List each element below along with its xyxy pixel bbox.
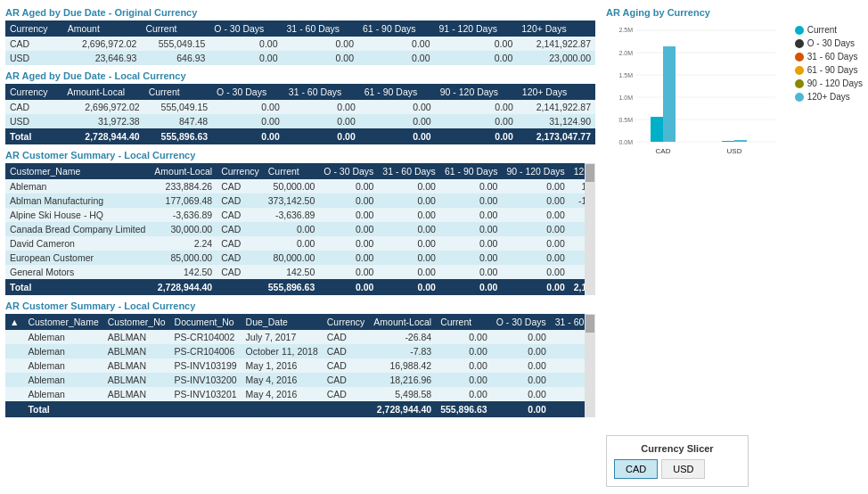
table-row: AblemanABLMANPS-INV103199May 1, 2016CAD1… <box>5 358 595 373</box>
table-cell: 142.50 <box>264 265 320 279</box>
table-footer-cell: 2,728,944.40 <box>150 279 217 295</box>
table-row: CAD2,696,972.02555,049.150.000.000.000.0… <box>5 37 595 51</box>
legend-90-120-label: 90 - 120 Days <box>807 78 863 88</box>
table-cell: 0.00 <box>209 37 282 51</box>
table-cell: 847.48 <box>144 114 212 128</box>
table-cell: CAD <box>217 222 264 236</box>
table-cell <box>5 387 23 401</box>
table-row: AblemanABLMANPS-CR104006October 11, 2018… <box>5 344 595 358</box>
table-row: Canada Bread Company Limited30,000.00CAD… <box>5 222 595 236</box>
col-due-date: Due_Date <box>242 314 323 330</box>
table-footer-cell: 0.00 <box>284 128 360 144</box>
col-90-120: 90 - 120 Days <box>502 163 569 179</box>
col-current: Current <box>144 84 212 100</box>
table-footer-cell: 0.00 <box>502 279 569 295</box>
customer-detail-wrapper: ▲ Customer_Name Customer_No Document_No … <box>5 314 595 417</box>
col-currency: Currency <box>5 21 63 37</box>
col-120plus: 120+ Days <box>518 84 595 100</box>
table-cell: 2,141,922.87 <box>517 37 595 51</box>
table-cell: CAD <box>217 179 264 193</box>
table-cell: 0.00 <box>502 208 569 222</box>
table-cell: May 4, 2016 <box>242 373 323 387</box>
y-label-1.5m: 1.5M <box>618 72 633 78</box>
table-cell: ABLMAN <box>103 330 170 344</box>
y-label-0.5m: 0.5M <box>618 117 633 123</box>
table-cell: 2,141,922.87 <box>518 100 595 114</box>
table-footer-cell: 555,896.63 <box>436 401 492 417</box>
table-cell: Ableman <box>23 330 102 344</box>
detail-scrollbar[interactable] <box>585 314 595 417</box>
table-footer-cell <box>103 401 170 417</box>
table-cell: 0.00 <box>440 179 503 193</box>
table-footer-row: Total2,728,944.40555,896.630.000.000.000… <box>5 279 595 295</box>
table-cell: 0.00 <box>319 251 378 265</box>
table-cell: 23,646.93 <box>63 51 142 65</box>
detail-scroll-thumb[interactable] <box>585 315 594 333</box>
table-cell: PS-CR104006 <box>170 344 242 358</box>
table-cell <box>5 330 23 344</box>
table-footer-cell <box>242 401 323 417</box>
table-cell: 0.00 <box>502 265 569 279</box>
customer-detail-title: AR Customer Summary - Local Currency <box>5 301 595 311</box>
table-footer-cell: 0.00 <box>436 128 518 144</box>
table-cell: 0.00 <box>502 193 569 208</box>
scroll-thumb[interactable] <box>585 164 594 182</box>
legend-31-60-dot <box>795 53 804 62</box>
table-cell: 0.00 <box>436 114 518 128</box>
table-cell: 2,696,972.02 <box>62 100 143 114</box>
legend-120plus-dot <box>795 93 804 102</box>
table-cell: 0.00 <box>440 208 503 222</box>
usd-current-bar <box>722 141 734 142</box>
col-o30: O - 30 Days <box>319 163 378 179</box>
table-footer-cell <box>170 401 242 417</box>
col-amount-local: Amount-Local <box>369 314 436 330</box>
col-current: Current <box>141 21 209 37</box>
slicer-buttons: CAD USD <box>614 459 741 479</box>
col-customer-no: Customer_No <box>103 314 170 330</box>
slicer-btn-usd[interactable]: USD <box>661 459 705 479</box>
table-cell: -3,636.89 <box>150 208 217 222</box>
table-cell: 0.00 <box>319 222 378 236</box>
table-cell: 0.00 <box>440 251 503 265</box>
table-row: Alpine Ski House - HQ-3,636.89CAD-3,636.… <box>5 208 595 222</box>
table-footer-cell: 2,728,944.40 <box>62 128 143 144</box>
table-cell: 50,000.00 <box>264 179 320 193</box>
table-cell: 0.00 <box>212 114 284 128</box>
x-label-usd: USD <box>727 147 742 155</box>
chart-container: 2.5M 2.0M 1.5M 1.0M 0.5M 0.0M <box>606 21 863 164</box>
chart-legend: Current O - 30 Days 31 - 60 Days 61 - 90… <box>795 21 863 102</box>
table-footer-cell: 0.00 <box>360 128 436 144</box>
table-cell: 0.00 <box>378 222 440 236</box>
table-cell: 0.00 <box>502 251 569 265</box>
table-cell: 0.00 <box>436 330 492 344</box>
table-cell <box>5 358 23 373</box>
col-31-60: 31 - 60 Days <box>284 84 360 100</box>
y-label-2m: 2.0M <box>618 50 633 56</box>
table-footer-row: Total2,728,944.40555,896.630.000.000.000… <box>5 128 595 144</box>
table-cell: 0.00 <box>435 37 518 51</box>
table-cell: 0.00 <box>492 387 551 401</box>
table-cell: 0.00 <box>358 51 435 65</box>
table-cell: 142.50 <box>150 265 217 279</box>
cad-current-bar <box>651 117 663 142</box>
customer-summary-title: AR Customer Summary - Local Currency <box>5 150 595 161</box>
table-cell: 0.00 <box>360 100 436 114</box>
table-cell: CAD <box>323 373 370 387</box>
table-cell: 0.00 <box>283 37 359 51</box>
table-cell: CAD <box>323 330 370 344</box>
table-cell: 0.00 <box>378 251 440 265</box>
col-61-90: 61 - 90 Days <box>358 21 435 37</box>
table-cell: 555,049.15 <box>141 37 209 51</box>
table-cell: 0.00 <box>319 208 378 222</box>
col-current: Current <box>436 314 492 330</box>
table-cell: 0.00 <box>378 179 440 193</box>
table-cell: 0.00 <box>502 179 569 193</box>
legend-current-label: Current <box>807 25 837 35</box>
table-footer-cell: Total <box>23 401 102 417</box>
table-cell: 646.93 <box>141 51 209 65</box>
table-cell: -26.84 <box>369 330 436 344</box>
scrollbar[interactable] <box>585 163 595 295</box>
slicer-btn-cad[interactable]: CAD <box>614 459 658 479</box>
col-61-90: 61 - 90 Days <box>360 84 436 100</box>
table-cell: 0.00 <box>440 193 503 208</box>
